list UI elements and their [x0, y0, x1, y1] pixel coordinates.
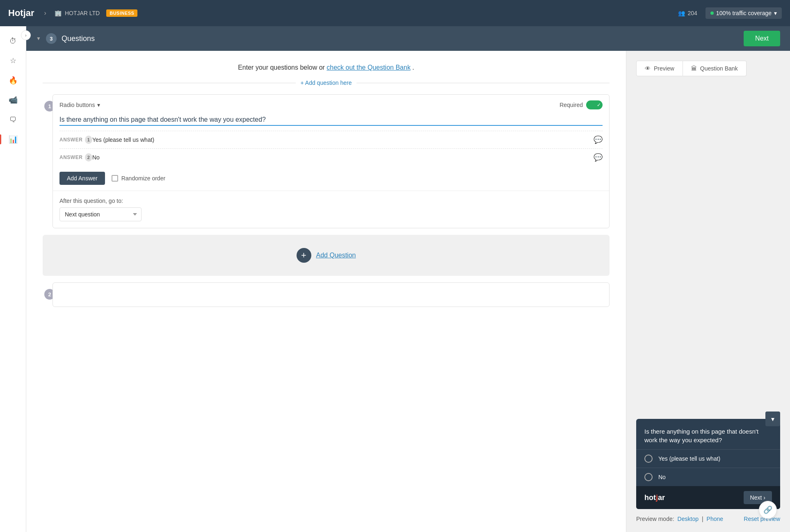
users-count: 👥 204 — [678, 10, 697, 16]
question-1-card: Radio buttons ▾ Required — [53, 94, 610, 228]
sidebar-item-analytics[interactable]: 📊 — [5, 131, 21, 148]
nav-chevron-icon: › — [44, 9, 46, 17]
question-bank-link[interactable]: check out the Question Bank — [327, 64, 411, 71]
preview-option-2-text: No — [658, 474, 666, 480]
answer-2-row: ANSWER 2 No 💬 — [59, 148, 603, 166]
org-icon: 🏢 — [55, 10, 62, 16]
traffic-label: 100% traffic coverage — [716, 10, 772, 16]
answer-2-text[interactable]: No — [92, 154, 594, 161]
question-1-input[interactable] — [59, 114, 603, 126]
desktop-link[interactable]: Desktop — [678, 516, 699, 522]
answer-2-num: 2 — [85, 153, 92, 161]
preview-radio-2 — [644, 473, 653, 481]
sidebar-item-feedback[interactable]: 🗨 — [5, 111, 21, 128]
two-col-layout: Enter your questions below or check out … — [26, 51, 790, 532]
goto-label: After this question, go to: — [59, 198, 603, 204]
left-panel: Enter your questions below or check out … — [26, 51, 626, 532]
section-header: ▼ 3 Questions Next — [26, 26, 790, 51]
preview-next-label: Next — [750, 494, 762, 501]
sidebar-item-favorites[interactable]: ☆ — [5, 52, 21, 69]
mode-separator: | — [702, 516, 703, 522]
phone-link[interactable]: Phone — [707, 516, 723, 522]
preview-mode-label: Preview mode: — [636, 516, 674, 522]
section-header-left: ▼ 3 Questions — [36, 33, 95, 44]
dropdown-arrow-icon: ▾ — [97, 102, 100, 108]
answers-section: ANSWER 1 Yes (please tell us what) 💬 ANS… — [53, 131, 609, 166]
tab-question-bank[interactable]: 🏛 Question Bank — [683, 61, 747, 76]
answer-1-num: 1 — [85, 136, 92, 144]
section-number: 3 — [46, 33, 57, 44]
bank-icon: 🏛 — [691, 65, 697, 72]
answer-2-label: ANSWER 2 — [59, 153, 92, 161]
required-toggle: Required — [559, 100, 603, 109]
preview-widget: Is there anything on this page that does… — [636, 419, 780, 509]
preview-radio-1 — [644, 455, 653, 463]
users-icon: 👥 — [678, 10, 685, 16]
sidebar-item-activity[interactable]: ⏱ — [5, 33, 21, 49]
section-chevron-icon[interactable]: ▼ — [36, 36, 41, 41]
answer-1-text[interactable]: Yes (please tell us what) — [92, 136, 594, 143]
preview-option-1[interactable]: Yes (please tell us what) — [636, 449, 780, 468]
traffic-chevron-icon: ▾ — [774, 10, 777, 16]
tab-preview-label: Preview — [654, 65, 674, 72]
question-1-header: Radio buttons ▾ Required — [53, 95, 609, 109]
answer-2-comment-icon[interactable]: 💬 — [594, 153, 603, 162]
answer-1-row: ANSWER 1 Yes (please tell us what) 💬 — [59, 131, 603, 148]
question-type-label: Radio buttons — [59, 102, 95, 108]
randomize-label[interactable]: Randomize order — [112, 175, 165, 182]
main-layout: › ⏱ ☆ 🔥 📹 🗨 📊 ▼ 3 Questions Next — [0, 26, 790, 532]
intro-text: Enter your questions below or check out … — [43, 64, 610, 71]
section-title: Questions — [62, 34, 95, 43]
randomize-checkbox[interactable] — [112, 175, 118, 182]
preview-next-arrow-icon: › — [763, 494, 765, 501]
add-question-block[interactable]: + Add Question — [43, 235, 610, 276]
star-icon: ☆ — [10, 56, 16, 65]
sidebar-toggle[interactable]: › — [21, 30, 31, 40]
preview-option-1-text: Yes (please tell us what) — [658, 455, 720, 462]
preview-option-2[interactable]: No — [636, 468, 780, 486]
question-2-wrapper: 2 — [53, 282, 610, 307]
question-1-wrapper: 1 Radio buttons ▾ Required — [53, 94, 610, 228]
preview-mode-bar: Preview mode: Desktop | Phone Reset prev… — [636, 516, 780, 522]
navbar-right: 👥 204 100% traffic coverage ▾ — [678, 7, 782, 19]
sidebar-item-recordings[interactable]: 📹 — [5, 92, 21, 108]
eye-icon: 👁 — [645, 65, 651, 72]
link-icon-button[interactable]: 🔗 — [759, 501, 777, 519]
navbar: Hotjar › 🏢 HOTJAR LTD BUSINESS 👥 204 100… — [0, 0, 790, 26]
question-type-dropdown[interactable]: Radio buttons ▾ — [59, 102, 100, 108]
plan-badge: BUSINESS — [106, 9, 137, 17]
preview-collapse-button[interactable]: ▾ — [765, 412, 780, 426]
feedback-icon: 🗨 — [9, 116, 17, 124]
traffic-dot-icon — [710, 11, 714, 15]
add-question-here-link[interactable]: + Add question here — [296, 80, 357, 86]
question-2-card — [53, 282, 610, 307]
answer-1-label: ANSWER 1 — [59, 136, 92, 144]
preview-question-text: Is there anything on this page that does… — [636, 419, 780, 449]
goto-section: After this question, go to: Next questio… — [53, 191, 609, 228]
preview-footer: hotjar Next › — [636, 486, 780, 509]
clock-icon: ⏱ — [9, 37, 17, 45]
divider-line-left — [43, 83, 296, 83]
add-question-text[interactable]: Add Question — [316, 252, 356, 259]
traffic-coverage[interactable]: 100% traffic coverage ▾ — [706, 7, 782, 19]
add-question-divider: + Add question here — [43, 80, 610, 86]
goto-select[interactable]: Next question — [59, 207, 142, 221]
fire-icon: 🔥 — [9, 76, 18, 85]
answer-1-comment-icon[interactable]: 💬 — [594, 135, 603, 144]
preview-widget-wrapper: ▾ Is there anything on this page that do… — [636, 419, 780, 509]
randomize-text: Randomize order — [121, 175, 165, 182]
tab-preview[interactable]: 👁 Preview — [636, 61, 683, 76]
add-answer-button[interactable]: Add Answer — [59, 172, 105, 185]
video-icon: 📹 — [9, 95, 18, 105]
next-button[interactable]: Next — [744, 31, 780, 46]
sidebar-item-heatmaps[interactable]: 🔥 — [5, 72, 21, 89]
org-name: HOTJAR LTD — [65, 10, 100, 16]
org-info: 🏢 HOTJAR LTD — [55, 10, 100, 16]
divider-line-right — [356, 83, 610, 83]
users-number: 204 — [687, 10, 697, 16]
sidebar: › ⏱ ☆ 🔥 📹 🗨 📊 — [0, 26, 26, 532]
add-question-plus-icon: + — [297, 248, 311, 263]
brand-logo: Hotjar — [8, 8, 34, 18]
content-area: ▼ 3 Questions Next Enter your questions … — [26, 26, 790, 532]
required-toggle-switch[interactable] — [586, 100, 603, 109]
